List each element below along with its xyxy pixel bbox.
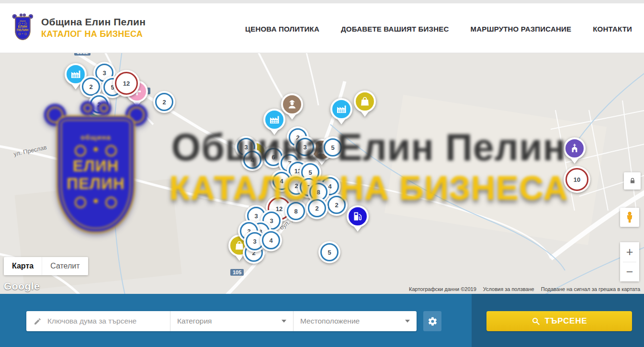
cluster-count: 2 (89, 83, 92, 90)
cluster-count: 3 (254, 213, 258, 220)
advanced-settings-button[interactable] (423, 311, 441, 331)
search-submit-label: ТЪРСЕНЕ (545, 316, 588, 326)
zoom-out-button[interactable]: − (620, 262, 639, 282)
site-subtitle: КАТАЛОГ НА БИЗНЕСА (41, 29, 146, 39)
chevron-down-icon (405, 320, 410, 323)
category-select-value: Категория (177, 317, 212, 325)
nav-transport-schedule[interactable]: МАРШРУТНО РАЗПИСАНИЕ (470, 25, 571, 33)
cluster-count: 10 (574, 176, 580, 183)
crest-ornament-icon (71, 196, 121, 206)
cluster-count: 3 (253, 238, 256, 245)
chevron-down-icon (282, 320, 286, 323)
search-bar: Категория Местоположение ТЪРСЕНЕ (0, 294, 644, 347)
keyword-search-input[interactable] (46, 316, 170, 326)
attribution-link[interactable]: Условия за ползване (483, 286, 534, 292)
municipality-crest-logo: община ЕЛИН ПЕЛИН (12, 14, 34, 42)
map-attribution: Картографски данни ©2019Условия за ползв… (409, 286, 640, 292)
location-select-value: Местоположение (300, 317, 360, 325)
pegman-icon (623, 211, 636, 224)
cluster-count: 5 (328, 249, 331, 256)
crest-name-line1: ЕЛИН (58, 157, 134, 175)
location-select[interactable]: Местоположение (293, 311, 417, 331)
watermark-title: Община Елин Пелин (171, 125, 566, 169)
attribution-link[interactable]: Подаване на сигнал за грешка в картата (541, 286, 640, 292)
keyword-cell (26, 311, 170, 331)
nav-add-business[interactable]: ДОБАВЕТЕ ВАШИЯТ БИЗНЕС (341, 25, 449, 33)
site-logo[interactable]: община ЕЛИН ПЕЛИН Община Елин Пелин КАТА… (12, 14, 146, 42)
map-type-satellite-button[interactable]: Сателит (42, 257, 88, 275)
crest-top-word: община (15, 20, 31, 22)
cluster-count: 4 (269, 237, 272, 244)
site-header: община ЕЛИН ПЕЛИН Община Елин Пелин КАТА… (0, 0, 644, 53)
crest-ornament-icon (18, 33, 28, 34)
zoom-control: + − (620, 242, 639, 281)
search-form: Категория Местоположение (26, 311, 417, 331)
search-icon (531, 317, 540, 325)
watermark-subtitle: КАТАЛОГ НА БИЗНЕСА (169, 168, 568, 207)
crest-ornament-icon (71, 144, 121, 155)
cluster-count: 8 (294, 208, 297, 215)
cluster-count: 2 (162, 99, 166, 106)
site-title: Община Елин Пелин (41, 16, 146, 28)
nav-contacts[interactable]: КОНТАКТИ (593, 25, 632, 33)
nav-pricing[interactable]: ЦЕНОВА ПОЛИТИКА (245, 25, 319, 33)
search-submit-button[interactable]: ТЪРСЕНЕ (486, 311, 632, 331)
pencil-icon (34, 317, 42, 325)
google-logo[interactable]: Google (4, 280, 40, 292)
main-nav: ЦЕНОВА ПОЛИТИКАДОБАВЕТЕ ВАШИЯТ БИЗНЕСМАР… (245, 25, 632, 33)
crest-scroll-icon (80, 101, 95, 115)
cluster-count: 3 (270, 217, 273, 224)
cluster-count: 12 (123, 80, 130, 87)
crest-scroll-icon (97, 101, 111, 115)
cluster-count: 3 (102, 69, 106, 77)
lock-button[interactable] (624, 172, 641, 190)
cluster-marker[interactable]: 12 (113, 70, 140, 97)
attribution-text: Картографски данни ©2019 (409, 286, 476, 292)
crest-ornament-icon (18, 22, 28, 24)
category-select[interactable]: Категория (170, 311, 293, 331)
cluster-marker[interactable]: 4 (260, 229, 282, 251)
cluster-marker[interactable]: 2 (153, 91, 175, 113)
map-canvas[interactable]: 6002105ул. Преславбул. „Новоселци“ци“ 32… (0, 53, 644, 294)
street-view-pegman[interactable] (620, 208, 639, 227)
zoom-in-button[interactable]: + (620, 242, 639, 262)
gear-icon (428, 316, 438, 326)
map-type-map-button[interactable]: Карта (4, 257, 42, 275)
page-top-strip (0, 0, 644, 3)
cluster-marker[interactable]: 5 (318, 241, 340, 263)
map-type-control: Карта Сателит (4, 257, 88, 275)
lock-icon (629, 177, 636, 185)
crest-name-line2: ПЕЛИН (15, 29, 31, 32)
crest-top-word: община (58, 133, 134, 141)
watermark-crest: община ЕЛИН ПЕЛИН (42, 102, 149, 237)
crest-name-line2: ПЕЛИН (58, 175, 134, 193)
